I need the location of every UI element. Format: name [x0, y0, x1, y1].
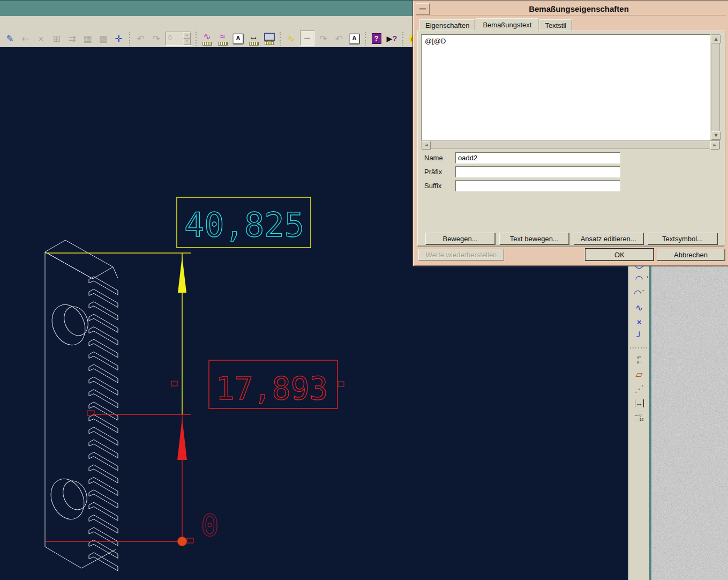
textsymbol-button[interactable]: Textsymbol... — [648, 233, 717, 244]
ok-button[interactable]: OK — [586, 249, 654, 261]
bewegen-button[interactable]: Bewegen... — [425, 233, 495, 244]
dimension-red[interactable]: 17,893 0 — [46, 360, 344, 546]
layer-list-tool-icon[interactable]: — 0— 12 — [629, 411, 649, 425]
dimension-text-value: @[@D — [425, 37, 446, 45]
coordinates-tool-icon: x=y= — [637, 355, 641, 364]
tab-textstil[interactable]: Textstil — [539, 19, 572, 31]
parallelogram-tool-icon: ▱ — [635, 369, 642, 380]
cancel-button[interactable]: Abbrechen — [657, 249, 725, 261]
origin-handle — [187, 538, 193, 543]
name-fields: NamePräfixSuffix — [424, 152, 620, 194]
horizontal-dimension-tool-icon: ↔ — [635, 399, 644, 407]
scroll-right-icon[interactable]: ► — [710, 141, 719, 150]
yellow-arrowhead — [178, 256, 186, 293]
layer-list-tool-icon: — 0— 12 — [635, 413, 644, 422]
field-row: Suffix — [424, 180, 620, 191]
tab-eigenschaften[interactable]: Eigenschaften — [419, 19, 475, 31]
dim-partial-value[interactable]: 17,893 — [216, 370, 328, 407]
dialog-action-buttons: Bewegen...Text bewegen...Ansatz editiere… — [425, 233, 717, 244]
arc-point-tool-icon: ◠+ — [634, 288, 644, 299]
dimension-text-area[interactable]: @[@D — [421, 34, 710, 140]
red-arrowhead — [177, 418, 187, 460]
ansatz-editieren-button[interactable]: Ansatz editieren... — [574, 233, 643, 244]
lower-hole — [45, 474, 92, 525]
dialog-titlebar[interactable]: — Bemaßungseigenschaften — [416, 3, 726, 16]
suffix-field[interactable] — [455, 180, 620, 191]
tab-page-bemassungstext: @[@D ▲ ▼ ◄ ► NamePräfixSuffix Bewegen...… — [417, 31, 725, 246]
arc-tool-icon[interactable]: ◠› — [629, 272, 649, 286]
application-window: ✎⇠×⊞⇉▦▩✛↶↷0▴▾∿≈A↔∿∽↷↶A?▶?☺☺ — [0, 0, 728, 580]
part-wireframe — [45, 240, 118, 571]
horizontal-dimension-tool-icon[interactable]: ↔ — [629, 396, 649, 410]
name-label: Name — [424, 154, 455, 162]
point-tool-icon[interactable]: × — [629, 315, 649, 329]
scroll-left-icon[interactable]: ◄ — [422, 141, 431, 150]
arc-point-tool-icon[interactable]: ◠+ — [629, 286, 649, 300]
dialog-confirm-buttons: Werte wiederherstellen OK Abbrechen — [418, 249, 725, 261]
origin-zero-label: 0 — [201, 508, 219, 542]
scroll-down-icon[interactable]: ▼ — [711, 131, 721, 140]
arc-tool-icon: ◠ — [635, 273, 643, 285]
dashed-line-tool-icon: ⋰ — [635, 383, 644, 395]
flyout-arrow-icon[interactable]: › — [647, 274, 648, 280]
suffix-label: Suffix — [424, 182, 455, 190]
dim-total-value[interactable]: 40,825 — [184, 205, 304, 244]
scroll-up-icon[interactable]: ▲ — [711, 35, 721, 43]
field-row: Präfix — [424, 166, 620, 177]
präfix-label: Präfix — [424, 168, 455, 176]
field-row: Name — [424, 152, 620, 163]
präfix-field[interactable] — [455, 166, 620, 177]
divider — [417, 246, 724, 248]
rack-teeth — [89, 277, 118, 571]
dialog-title: Bemaßungseigenschaften — [432, 4, 726, 13]
vertical-scrollbar[interactable]: ▲ ▼ — [711, 34, 720, 140]
point-tool-icon: × — [637, 318, 641, 326]
origin-point — [178, 537, 187, 546]
fillet-tool-icon: ╯ — [636, 331, 642, 342]
dim-partial-handle-right — [338, 382, 344, 386]
minimize-icon[interactable]: — — [416, 3, 430, 15]
spline-tool-icon: ∿ — [635, 302, 643, 314]
parallelogram-tool-icon[interactable]: ▱ — [629, 367, 649, 381]
tab-bemaungstext[interactable]: Bemaßungstext — [476, 18, 538, 32]
upper-hole — [46, 300, 93, 351]
toolbar-separator — [630, 347, 648, 348]
text-bewegen-button[interactable]: Text bewegen... — [499, 233, 569, 244]
dim-partial-handle-left — [171, 381, 177, 386]
horizontal-scrollbar[interactable]: ◄ ► — [421, 140, 720, 149]
spline-tool-icon[interactable]: ∿ — [629, 301, 649, 315]
name-field[interactable] — [455, 152, 620, 163]
restore-values-button[interactable]: Werte wiederherstellen — [418, 249, 504, 261]
dashed-line-tool-icon[interactable]: ⋰ — [629, 382, 649, 396]
fillet-tool-icon[interactable]: ╯ — [629, 330, 649, 344]
dialog-tabs: EigenschaftenBemaßungstextTextstil — [419, 18, 573, 31]
coordinates-tool-icon[interactable]: x=y= — [629, 353, 649, 367]
dimension-properties-dialog: — Bemaßungseigenschaften EigenschaftenBe… — [412, 0, 728, 266]
